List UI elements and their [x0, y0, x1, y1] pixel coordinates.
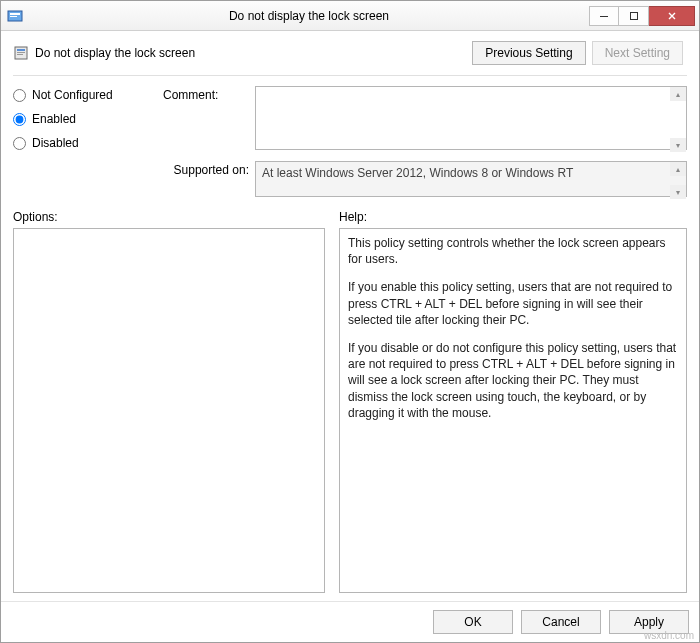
maximize-button[interactable]: [619, 6, 649, 26]
svg-rect-2: [10, 16, 17, 17]
minimize-button[interactable]: [589, 6, 619, 26]
ok-button[interactable]: OK: [433, 610, 513, 634]
apply-button[interactable]: Apply: [609, 610, 689, 634]
svg-rect-3: [600, 16, 608, 17]
help-paragraph: This policy setting controls whether the…: [348, 235, 678, 267]
close-button[interactable]: [649, 6, 695, 26]
svg-rect-6: [17, 49, 25, 51]
supported-textarea: [255, 161, 687, 197]
config-row: Not Configured Enabled Disabled Comment:…: [13, 86, 687, 200]
scroll-down-icon[interactable]: ▾: [670, 185, 686, 199]
header-row: Do not display the lock screen Previous …: [13, 41, 687, 65]
radio-enabled-input[interactable]: [13, 113, 26, 126]
comment-textarea[interactable]: [255, 86, 687, 150]
policy-icon: [13, 45, 29, 61]
state-radios: Not Configured Enabled Disabled: [13, 86, 153, 200]
help-label: Help:: [339, 210, 687, 224]
content-area: Do not display the lock screen Previous …: [1, 31, 699, 601]
divider: [13, 75, 687, 76]
supported-scroll: ▴ ▾: [670, 162, 686, 199]
scroll-up-icon[interactable]: ▴: [670, 87, 686, 101]
radio-not-configured[interactable]: Not Configured: [13, 88, 153, 102]
comment-label: Comment:: [163, 86, 249, 102]
footer: OK Cancel Apply: [1, 601, 699, 642]
radio-not-configured-label: Not Configured: [32, 88, 113, 102]
next-setting-button[interactable]: Next Setting: [592, 41, 683, 65]
svg-rect-1: [10, 13, 20, 15]
radio-disabled-label: Disabled: [32, 136, 79, 150]
help-paragraph: If you disable or do not configure this …: [348, 340, 678, 421]
help-paragraph: If you enable this policy setting, users…: [348, 279, 678, 328]
titlebar: Do not display the lock screen: [1, 1, 699, 31]
svg-rect-4: [630, 12, 637, 19]
help-pane: This policy setting controls whether the…: [339, 228, 687, 593]
svg-rect-8: [17, 54, 23, 55]
radio-enabled[interactable]: Enabled: [13, 112, 153, 126]
radio-enabled-label: Enabled: [32, 112, 76, 126]
window-title: Do not display the lock screen: [29, 9, 589, 23]
panes: This policy setting controls whether the…: [13, 228, 687, 593]
comment-scroll: ▴ ▾: [670, 87, 686, 152]
options-label: Options:: [13, 210, 325, 224]
radio-not-configured-input[interactable]: [13, 89, 26, 102]
policy-title: Do not display the lock screen: [35, 46, 472, 60]
app-icon: [7, 8, 23, 24]
supported-label: Supported on:: [163, 161, 249, 177]
pane-labels: Options: Help:: [13, 210, 687, 224]
window-controls: [589, 6, 695, 26]
svg-rect-7: [17, 52, 25, 53]
options-pane: [13, 228, 325, 593]
scroll-down-icon[interactable]: ▾: [670, 138, 686, 152]
scroll-up-icon[interactable]: ▴: [670, 162, 686, 176]
cancel-button[interactable]: Cancel: [521, 610, 601, 634]
previous-setting-button[interactable]: Previous Setting: [472, 41, 585, 65]
radio-disabled-input[interactable]: [13, 137, 26, 150]
radio-disabled[interactable]: Disabled: [13, 136, 153, 150]
